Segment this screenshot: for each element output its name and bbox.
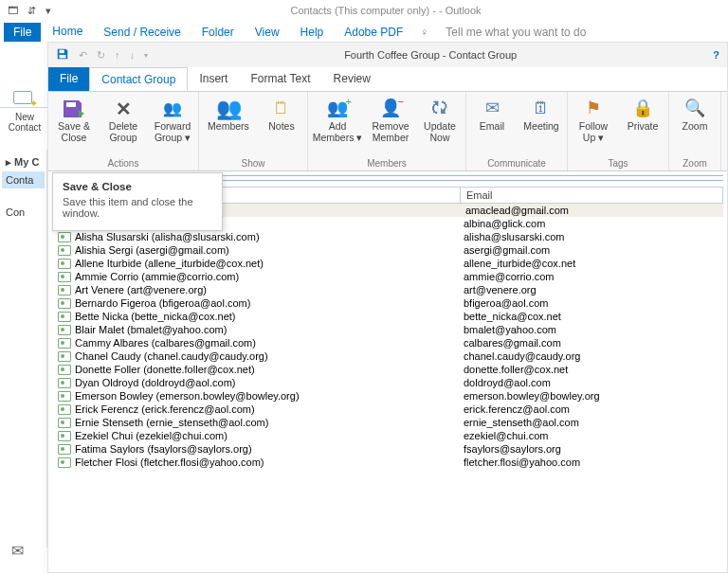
ribbon-group-members: 👥+ Add Members ▾ 👤− Remove Member 🗘 Upda… <box>308 92 466 170</box>
qat-redo-icon[interactable]: ↻ <box>97 49 105 62</box>
member-row[interactable]: Alisha Slusarski (alisha@slusarski.com)a… <box>52 230 723 243</box>
meeting-icon: 🗓 <box>528 98 555 120</box>
members-label: Members <box>208 121 249 133</box>
add-members-icon: 👥+ <box>324 98 351 120</box>
member-row[interactable]: Blair Malet (bmalet@yahoo.com)bmalet@yah… <box>52 323 723 336</box>
meeting-button[interactable]: 🗓 Meeting <box>519 96 563 134</box>
member-row[interactable]: Bette Nicka (bette_nicka@cox.net)bette_n… <box>52 310 723 323</box>
member-name: Alishia Sergi (asergi@gmail.com) <box>75 243 464 257</box>
update-now-button[interactable]: 🗘 Update Now <box>418 96 462 145</box>
delete-group-button[interactable]: ✕ Delete Group <box>101 96 145 145</box>
main-tab-view[interactable]: View <box>246 23 289 42</box>
member-row[interactable]: Emerson Bowley (emerson.bowley@bowley.or… <box>52 389 723 403</box>
dlg-tab-file[interactable]: File <box>48 67 89 91</box>
member-row[interactable]: Fletcher Flosi (fletcher.flosi@yahoo.com… <box>52 456 723 469</box>
contact-icon <box>58 365 71 375</box>
dialog-ribbon: Save & Close ✕ Delete Group 👥 Forward Gr… <box>48 92 727 171</box>
col-email[interactable]: Email <box>461 188 722 203</box>
group-label-tags: Tags <box>608 157 628 170</box>
member-name: Emerson Bowley (emerson.bowley@bowley.or… <box>75 389 464 403</box>
member-name: Chanel Caudy (chanel.caudy@caudy.org) <box>75 349 464 363</box>
save-close-label: Save & Close <box>52 121 96 143</box>
member-row[interactable]: Dyan Oldroyd (doldroyd@aol.com)doldroyd@… <box>52 376 723 389</box>
main-tab-folder[interactable]: Folder <box>192 23 244 42</box>
email-button[interactable]: ✉ Email <box>470 96 514 134</box>
followup-button[interactable]: ⚑ Follow Up ▾ <box>572 96 615 145</box>
dlg-tab-formattext[interactable]: Format Text <box>239 67 321 91</box>
notes-icon: 🗒 <box>268 98 295 120</box>
new-contact-button[interactable]: ✦ New Contact <box>6 89 44 133</box>
member-email: alisha@slusarski.com <box>464 230 718 243</box>
mail-module-icon[interactable]: ✉ <box>11 542 24 560</box>
member-email: bmalet@yahoo.com <box>464 323 718 336</box>
member-name: Fatima Saylors (fsaylors@saylors.org) <box>75 442 464 456</box>
main-tab-sendreceive[interactable]: Send / Receive <box>94 23 190 42</box>
ribbon-group-show: 👥 Members 🗒 Notes Show <box>199 92 308 170</box>
qat-undo-icon[interactable]: ↶ <box>79 49 87 62</box>
contact-icon <box>58 285 71 295</box>
save-close-button[interactable]: Save & Close <box>52 96 96 145</box>
member-row[interactable]: Ammie Corrio (ammie@corrio.com)ammie@cor… <box>52 270 723 283</box>
dlg-tab-contactgroup[interactable]: Contact Group <box>89 67 188 91</box>
member-name: Donette Foller (donette.foller@cox.net) <box>75 363 464 376</box>
contact-icon <box>58 378 71 388</box>
main-tab-adobe[interactable]: Adobe PDF <box>335 23 412 42</box>
member-email: bette_nicka@cox.net <box>464 310 718 323</box>
svg-rect-1 <box>60 55 66 59</box>
zoom-icon: 🔍 <box>682 98 708 120</box>
dlg-tab-review[interactable]: Review <box>322 67 382 91</box>
notes-button[interactable]: 🗒 Notes <box>260 96 303 134</box>
member-name: Art Venere (art@venere.org) <box>75 283 464 296</box>
dialog-titlebar: ↶ ↻ ↑ ↓ ▾ Fourth Coffee Group - Contact … <box>48 43 727 67</box>
main-tab-home[interactable]: Home <box>43 22 92 42</box>
member-row[interactable]: Bernardo Figeroa (bfigeroa@aol.com)bfige… <box>52 296 723 310</box>
member-name: Cammy Albares (calbares@gmail.com) <box>75 336 464 349</box>
member-email: fsaylors@saylors.org <box>464 442 718 456</box>
add-members-label: Add Members ▾ <box>312 121 363 143</box>
qat-up-icon[interactable]: ↑ <box>115 49 120 61</box>
qat-save-icon[interactable]: 🗔 <box>8 5 18 17</box>
member-row[interactable]: Erick Ferencz (erick.ferencz@aol.com)eri… <box>52 403 723 416</box>
contact-icon <box>58 298 71 309</box>
zoom-button[interactable]: 🔍 Zoom <box>673 96 717 134</box>
add-members-button[interactable]: 👥+ Add Members ▾ <box>312 96 363 145</box>
ribbon-group-communicate: ✉ Email 🗓 Meeting Communicate <box>466 92 568 170</box>
contact-group-window: ↶ ↻ ↑ ↓ ▾ Fourth Coffee Group - Contact … <box>47 42 728 573</box>
member-row[interactable]: Chanel Caudy (chanel.caudy@caudy.org)cha… <box>52 349 723 363</box>
member-row[interactable]: Cammy Albares (calbares@gmail.com)calbar… <box>52 336 723 349</box>
member-row[interactable]: Ezekiel Chui (ezekiel@chui.com)ezekiel@c… <box>52 429 723 442</box>
remove-member-button[interactable]: 👤− Remove Member <box>369 96 412 145</box>
members-icon: 👥 <box>215 98 242 120</box>
member-row[interactable]: Art Venere (art@venere.org)art@venere.or… <box>52 283 723 296</box>
main-tab-file[interactable]: File <box>4 23 41 42</box>
new-contact-label-2: Contact <box>6 122 44 133</box>
member-row[interactable]: Allene Iturbide (allene_iturbide@cox.net… <box>52 257 723 270</box>
main-tab-help[interactable]: Help <box>291 23 334 42</box>
nav-item-contacts-selected[interactable]: Conta <box>2 171 45 188</box>
nav-group-mycontacts[interactable]: ▸ My C <box>2 153 45 171</box>
qat-down-icon[interactable]: ↓ <box>130 49 136 61</box>
group-label-communicate: Communicate <box>487 157 546 170</box>
group-label-show: Show <box>241 157 264 170</box>
email-icon: ✉ <box>479 98 505 120</box>
qat-sendall-icon[interactable]: ⇵ <box>27 5 36 17</box>
member-row[interactable]: Donette Foller (donette.foller@cox.net)d… <box>52 363 723 376</box>
group-label-actions: Actions <box>108 157 139 170</box>
qat-save-icon[interactable] <box>56 47 69 63</box>
contact-icon <box>58 272 71 282</box>
member-email: allene_iturbide@cox.net <box>464 257 718 270</box>
main-tellme[interactable]: Tell me what you want to do <box>436 23 595 42</box>
member-name: Fletcher Flosi (fletcher.flosi@yahoo.com… <box>75 456 464 469</box>
forward-group-button[interactable]: 👥 Forward Group ▾ <box>151 96 194 145</box>
member-row[interactable]: Ernie Stenseth (ernie_stenseth@aol.com)e… <box>52 416 723 429</box>
member-row[interactable]: Fatima Saylors (fsaylors@saylors.org)fsa… <box>52 442 723 456</box>
private-button[interactable]: 🔒 Private <box>621 96 664 134</box>
nav-item-contacts[interactable]: Con <box>2 204 45 221</box>
dialog-title: Fourth Coffee Group - Contact Group <box>148 49 713 61</box>
member-name: Erick Ferencz (erick.ferencz@aol.com) <box>75 403 464 416</box>
members-button[interactable]: 👥 Members <box>203 96 254 134</box>
help-button[interactable]: ? <box>713 49 719 61</box>
member-row[interactable]: Alishia Sergi (asergi@gmail.com)asergi@g… <box>52 243 723 257</box>
dlg-tab-insert[interactable]: Insert <box>188 67 239 91</box>
contact-icon <box>58 418 71 428</box>
